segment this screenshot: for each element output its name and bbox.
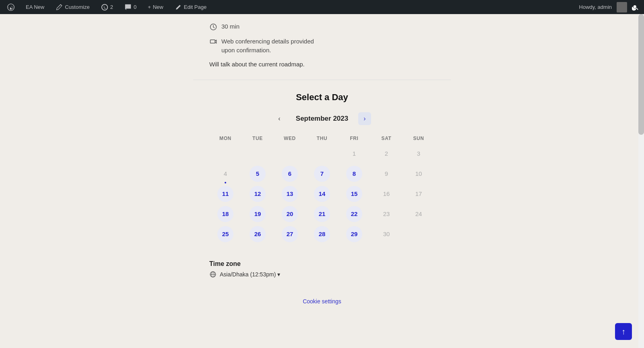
calendar-day-cell[interactable]: 12 <box>242 184 274 204</box>
available-day[interactable]: 25 <box>217 226 233 242</box>
available-day[interactable]: 14 <box>314 186 330 202</box>
available-day[interactable]: 27 <box>282 226 298 242</box>
unavailable-day: 24 <box>411 206 427 222</box>
available-day[interactable]: 12 <box>250 186 266 202</box>
calendar-day-cell[interactable]: 27 <box>274 224 306 244</box>
conferencing-row: Web conferencing details provided upon c… <box>209 37 435 55</box>
content-area: 30 min Web conferencing details provided… <box>193 14 451 348</box>
calendar-day-cell: 16 <box>370 184 402 204</box>
available-day[interactable]: 7 <box>314 166 330 182</box>
calendar-week-row: 45678910 <box>209 164 435 184</box>
calendar-day-cell <box>274 144 306 164</box>
wordpress-icon <box>7 4 14 11</box>
weekday-header: SUN <box>402 133 435 144</box>
unavailable-day: 1 <box>346 146 362 162</box>
page-wrapper: 30 min Web conferencing details provided… <box>0 14 644 348</box>
calendar-day-cell[interactable]: 7 <box>306 164 338 184</box>
calendar-day-cell: 4 <box>209 164 242 184</box>
admin-bar-right: Howdy, admin <box>579 2 639 12</box>
weekday-header: SAT <box>370 133 402 144</box>
calendar-day-cell[interactable]: 6 <box>274 164 306 184</box>
weekday-header-row: MONTUEWEDTHUFRISATSUN <box>209 133 435 144</box>
cookie-settings-link[interactable]: Cookie settings <box>303 298 341 305</box>
calendar-day-cell[interactable]: 11 <box>209 184 242 204</box>
customize-icon <box>56 4 63 11</box>
calendar-day-cell: 24 <box>402 204 435 224</box>
calendar-day-cell[interactable]: 21 <box>306 204 338 224</box>
calendar-day-cell[interactable]: 20 <box>274 204 306 224</box>
cookie-footer: Cookie settings <box>193 290 451 313</box>
available-day[interactable]: 8 <box>346 166 362 182</box>
scroll-top-button[interactable]: ↑ <box>615 323 632 340</box>
calendar-day-cell[interactable]: 13 <box>274 184 306 204</box>
available-day[interactable]: 15 <box>346 186 362 202</box>
calendar-body: 1234567891011121314151617181920212223242… <box>209 144 435 244</box>
calendar-day-cell: 3 <box>402 144 435 164</box>
new-button[interactable]: + New <box>145 0 166 14</box>
calendar-day-cell <box>209 144 242 164</box>
calendar-day-cell[interactable]: 19 <box>242 204 274 224</box>
edit-page-button[interactable]: Edit Page <box>172 0 209 14</box>
comments-button[interactable]: 0 <box>122 0 139 14</box>
globe-icon <box>209 271 217 278</box>
next-month-button[interactable]: › <box>358 112 371 125</box>
calendar-day-cell[interactable]: 15 <box>338 184 370 204</box>
prev-month-button[interactable]: ‹ <box>273 112 286 125</box>
available-day[interactable]: 22 <box>346 206 362 222</box>
scrollbar-thumb[interactable] <box>638 14 644 135</box>
calendar-day-cell[interactable]: 28 <box>306 224 338 244</box>
available-day[interactable]: 21 <box>314 206 330 222</box>
available-day[interactable]: 26 <box>250 226 266 242</box>
calendar-day-cell: 2 <box>370 144 402 164</box>
timezone-section: Time zone Asia/Dhaka (12:53pm) ▾ <box>193 256 451 290</box>
updates-button[interactable]: 2 <box>99 0 116 14</box>
conferencing-text: Web conferencing details provided upon c… <box>221 37 314 55</box>
edit-icon <box>175 4 182 11</box>
conferencing-icon <box>209 38 217 46</box>
timezone-value: Asia/Dhaka (12:53pm) ▾ <box>220 271 280 278</box>
customize-label: Customize <box>65 4 89 10</box>
wp-logo-button[interactable] <box>5 0 17 14</box>
calendar-day-cell[interactable]: 29 <box>338 224 370 244</box>
clock-icon <box>209 23 217 31</box>
calendar-week-row: 123 <box>209 144 435 164</box>
available-day[interactable]: 29 <box>346 226 362 242</box>
available-day[interactable]: 18 <box>217 206 233 222</box>
roadmap-text: Will talk about the current roadmap. <box>209 61 435 68</box>
weekday-header: WED <box>274 133 306 144</box>
calendar-day-cell[interactable]: 26 <box>242 224 274 244</box>
search-icon[interactable] <box>632 4 639 11</box>
available-day[interactable]: 28 <box>314 226 330 242</box>
calendar-day-cell[interactable]: 8 <box>338 164 370 184</box>
calendar-day-cell[interactable]: 5 <box>242 164 274 184</box>
calendar-day-cell <box>242 144 274 164</box>
site-name-label: EA New <box>26 4 44 10</box>
calendar-day-cell[interactable]: 14 <box>306 184 338 204</box>
calendar-day-cell[interactable]: 22 <box>338 204 370 224</box>
howdy-label: Howdy, admin <box>579 4 612 10</box>
svg-rect-1 <box>211 40 215 43</box>
avatar[interactable] <box>617 2 627 12</box>
available-day[interactable]: 11 <box>217 186 233 202</box>
unavailable-day: 9 <box>378 166 394 182</box>
timezone-selector[interactable]: Asia/Dhaka (12:53pm) ▾ <box>209 271 435 278</box>
updates-icon <box>101 4 108 11</box>
admin-bar: EA New Customize 2 0 + New Edit Page How… <box>0 0 644 14</box>
available-day[interactable]: 6 <box>282 166 298 182</box>
duration-text: 30 min <box>221 22 239 31</box>
calendar-day-cell: 10 <box>402 164 435 184</box>
calendar-day-cell[interactable]: 18 <box>209 204 242 224</box>
available-day[interactable]: 19 <box>250 206 266 222</box>
available-day[interactable]: 5 <box>250 166 266 182</box>
customize-button[interactable]: Customize <box>53 0 92 14</box>
available-day[interactable]: 20 <box>282 206 298 222</box>
scrollbar[interactable] <box>638 14 644 348</box>
unavailable-day: 2 <box>378 146 394 162</box>
calendar-day-cell[interactable]: 25 <box>209 224 242 244</box>
calendar-title: Select a Day <box>209 92 435 103</box>
available-day[interactable]: 13 <box>282 186 298 202</box>
site-name-button[interactable]: EA New <box>23 0 47 14</box>
unavailable-day: 23 <box>378 206 394 222</box>
new-label: New <box>153 4 163 10</box>
unavailable-day: 17 <box>411 186 427 202</box>
